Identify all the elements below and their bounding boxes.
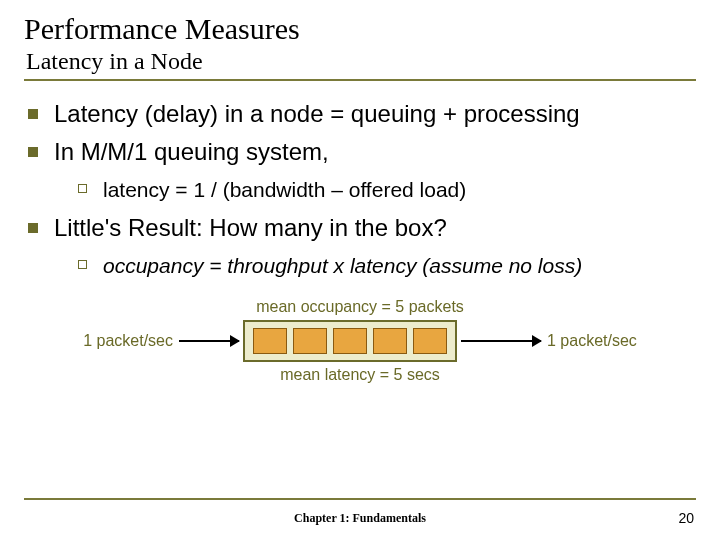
footer-divider xyxy=(24,498,696,500)
arrow-out-icon xyxy=(461,340,541,342)
littles-diagram: mean occupancy = 5 packets 1 packet/sec … xyxy=(24,298,696,384)
slide: Performance Measures Latency in a Node L… xyxy=(0,0,720,540)
bullet-level1: Little's Result: How many in the box? xyxy=(28,213,696,243)
packet-icon xyxy=(373,328,407,354)
square-bullet-icon xyxy=(28,223,38,233)
bullet-text: In M/M/1 queuing system, xyxy=(54,137,696,167)
queue-box xyxy=(243,320,457,362)
slide-title: Performance Measures xyxy=(24,12,696,46)
content-area: Latency (delay) in a node = queuing + pr… xyxy=(24,99,696,384)
diagram-left-label: 1 packet/sec xyxy=(83,332,173,350)
bullet-level2: latency = 1 / (bandwidth – offered load) xyxy=(78,177,696,203)
square-bullet-icon xyxy=(28,109,38,119)
bullet-text: Little's Result: How many in the box? xyxy=(54,213,696,243)
diagram-right-label: 1 packet/sec xyxy=(547,332,637,350)
bullet-text: latency = 1 / (bandwidth – offered load) xyxy=(103,177,696,203)
bullet-level1: Latency (delay) in a node = queuing + pr… xyxy=(28,99,696,129)
bullet-level2: occupancy = throughput x latency (assume… xyxy=(78,253,696,279)
bullet-text: occupancy = throughput x latency (assume… xyxy=(103,253,696,279)
square-bullet-icon xyxy=(28,147,38,157)
footer-chapter: Chapter 1: Fundamentals xyxy=(0,511,720,526)
bullet-text: Latency (delay) in a node = queuing + pr… xyxy=(54,99,696,129)
page-number: 20 xyxy=(678,510,694,526)
packet-icon xyxy=(413,328,447,354)
slide-subtitle: Latency in a Node xyxy=(26,48,696,75)
bullet-level1: In M/M/1 queuing system, xyxy=(28,137,696,167)
diagram-row: 1 packet/sec 1 packet/sec xyxy=(24,320,696,362)
diagram-bottom-caption: mean latency = 5 secs xyxy=(24,366,696,384)
title-divider xyxy=(24,79,696,81)
packet-icon xyxy=(253,328,287,354)
diagram-top-caption: mean occupancy = 5 packets xyxy=(24,298,696,316)
packet-icon xyxy=(293,328,327,354)
arrow-in-icon xyxy=(179,340,239,342)
hollow-square-bullet-icon xyxy=(78,184,87,193)
packet-icon xyxy=(333,328,367,354)
hollow-square-bullet-icon xyxy=(78,260,87,269)
